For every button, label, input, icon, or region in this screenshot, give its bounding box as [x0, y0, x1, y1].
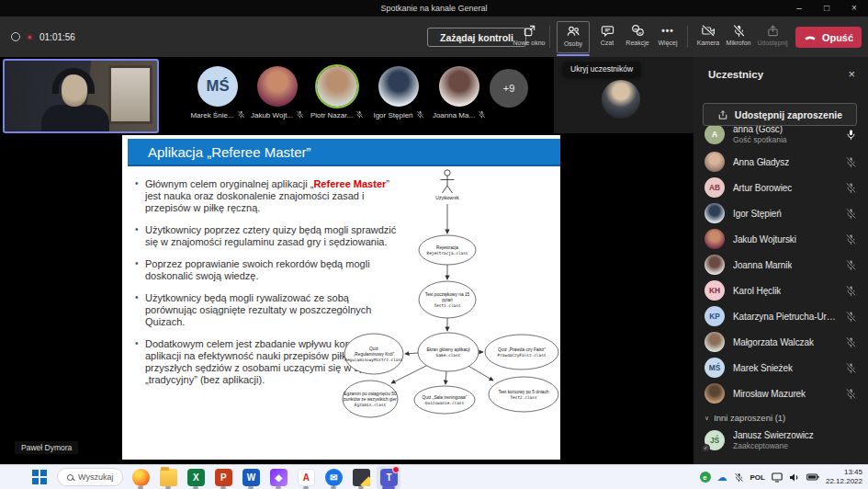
antivirus-tray-icon[interactable]: e: [700, 472, 711, 483]
teams-taskbar-button[interactable]: T: [377, 466, 400, 489]
thunderbird-taskbar-button[interactable]: ✉: [321, 466, 345, 489]
participant-row[interactable]: Jakub Wojturski: [693, 226, 868, 252]
mic-muted-icon: [845, 285, 857, 297]
invited-section-header[interactable]: ∨Inni zaproszeni (1): [693, 406, 868, 426]
mic-muted-icon: [845, 336, 857, 348]
panel-title: Uczestnicy: [708, 69, 763, 80]
panel-close-icon[interactable]: ×: [848, 68, 855, 80]
mic-muted-tray-icon[interactable]: [734, 472, 744, 483]
participant-photo-thumbnail[interactable]: [602, 80, 640, 119]
new-window-icon: [523, 23, 536, 38]
slide-title: Aplikacja „Referee Master”: [148, 144, 311, 160]
self-video-tile[interactable]: [3, 59, 159, 133]
volume-tray-icon[interactable]: [789, 472, 800, 483]
notes-app-taskbar-button[interactable]: [349, 466, 373, 489]
participant-row[interactable]: ABArtur Borowiec: [693, 175, 868, 200]
running-indicator: [193, 486, 198, 489]
running-indicator: [220, 486, 226, 489]
participant-info: Joanna Marnik: [733, 260, 792, 270]
request-control-button[interactable]: Zażądaj kontroli: [427, 28, 526, 47]
avatar-wrap: [705, 383, 725, 404]
meeting-status-group: 01:01:56: [11, 17, 75, 57]
more-button[interactable]: ••• Więcej: [651, 23, 684, 46]
mic-muted-icon: [845, 259, 857, 271]
participant-row[interactable]: Małgorzata Walczak: [693, 329, 868, 355]
avatar: [705, 332, 725, 352]
powerpoint-icon: P: [215, 469, 232, 486]
participant-row[interactable]: Anna Gładysz: [693, 149, 868, 175]
mic-button[interactable]: Mikrofon: [722, 23, 755, 46]
leave-button[interactable]: Opuść: [795, 27, 862, 48]
excel-taskbar-button[interactable]: X: [184, 466, 208, 489]
display-tray-icon[interactable]: [772, 472, 783, 483]
toolbar-divider: [549, 26, 550, 48]
close-icon[interactable]: ×: [840, 0, 868, 17]
participant-row[interactable]: MŚMarek Śnieżek: [693, 355, 868, 381]
participant-thumbnail[interactable]: Joanna Ma...: [419, 66, 500, 120]
start-button[interactable]: [28, 466, 51, 489]
mic-muted-icon: [845, 362, 857, 374]
firefox-icon: [132, 469, 150, 486]
participant-name: Mirosław Mazurek: [733, 389, 806, 399]
share-invite-label: Udostępnij zaproszenie: [735, 109, 842, 120]
avatar-wrap: JŚ✓: [705, 430, 725, 450]
avatar: A: [705, 124, 725, 144]
new-window-button[interactable]: Nowe okno: [513, 23, 546, 46]
reactions-button[interactable]: Reakcje: [621, 23, 654, 46]
mic-muted-icon: [478, 110, 486, 119]
participant-info: Igor Stępień: [733, 209, 782, 219]
share-label: Udostępnij: [757, 40, 787, 46]
svg-text:Użytkownik: Użytkownik: [435, 195, 459, 200]
reactions-label: Reakcje: [626, 40, 648, 46]
invited-section-label: Inni zaproszeni (1): [714, 413, 785, 423]
overflow-participants-tile[interactable]: +9: [490, 69, 528, 108]
participant-row[interactable]: KPKatarzyna Pietrucha-Urbanik: [693, 303, 868, 329]
participant-info: Jakub Wojturski: [733, 234, 796, 244]
notes-app-icon: [353, 469, 370, 486]
mic-label: Mikrofon: [727, 40, 751, 46]
participant-row[interactable]: KHKarol Hęclik: [693, 278, 868, 303]
participant-info: Marek Śnieżek: [733, 363, 793, 373]
participant-row[interactable]: Igor Stępień: [693, 200, 868, 226]
selfview-window-background: [108, 65, 152, 124]
file-explorer-taskbar-button[interactable]: [156, 466, 180, 489]
share-button[interactable]: Udostępnij: [756, 23, 789, 46]
taskbar-apps: XPW◆A✉T: [129, 466, 400, 489]
powerpoint-taskbar-button[interactable]: P: [211, 466, 235, 489]
avatar: [705, 203, 725, 223]
svg-text:Egzamin.class: Egzamin.class: [355, 403, 387, 407]
people-button[interactable]: Osoby: [557, 21, 590, 53]
minimize-icon[interactable]: –: [785, 0, 813, 17]
running-indicator: [382, 486, 395, 489]
tray-time: 13:45: [844, 468, 862, 477]
avatar-wrap: KP: [705, 306, 725, 326]
maximize-icon[interactable]: □: [813, 0, 840, 17]
tray-date: 22.12.2022: [826, 477, 862, 486]
mic-muted-icon: [845, 336, 857, 348]
chat-button[interactable]: Czat: [591, 23, 624, 46]
word-taskbar-button[interactable]: W: [239, 466, 263, 489]
graphics-app-taskbar-button[interactable]: ◆: [266, 466, 290, 489]
taskbar-clock[interactable]: 13:45 22.12.2022: [826, 468, 862, 487]
slide-bullet: Użytkownicy będą mogli rywalizować ze so…: [135, 292, 401, 328]
participant-name: Igor Stępień: [373, 111, 412, 119]
camera-button[interactable]: Kamera: [692, 23, 725, 46]
participant-row[interactable]: JŚ✓Janusz ŚwierzowiczZaakceptowane: [693, 426, 868, 455]
people-active-underline: [557, 54, 590, 57]
participant-row[interactable]: Joanna Marnik: [693, 252, 868, 278]
panel-header: Uczestnicy ×: [693, 57, 868, 80]
share-invite-button[interactable]: Udostępnij zaproszenie: [703, 103, 857, 126]
participant-row[interactable]: Mirosław Mazurek: [693, 381, 868, 406]
taskbar-search[interactable]: Wyszukaj: [57, 468, 123, 486]
camera-label: Kamera: [697, 40, 720, 46]
firefox-taskbar-button[interactable]: [129, 466, 152, 489]
avatar-wrap: [705, 203, 725, 223]
acrobat-taskbar-button[interactable]: A: [294, 466, 318, 489]
svg-text:Ekran główny aplikacji: Ekran główny aplikacji: [426, 347, 469, 352]
participants-panel: Uczestnicy × Udostępnij zaproszenie Aann…: [693, 57, 868, 464]
onedrive-tray-icon[interactable]: ☁: [717, 472, 727, 483]
battery-tray-icon[interactable]: [806, 472, 819, 482]
usecase-node-rejestracja: RejestracjaRejestracja.class: [419, 235, 476, 265]
language-indicator[interactable]: POL: [750, 473, 765, 482]
window-title: Spotkanie na kanale General: [380, 4, 487, 13]
